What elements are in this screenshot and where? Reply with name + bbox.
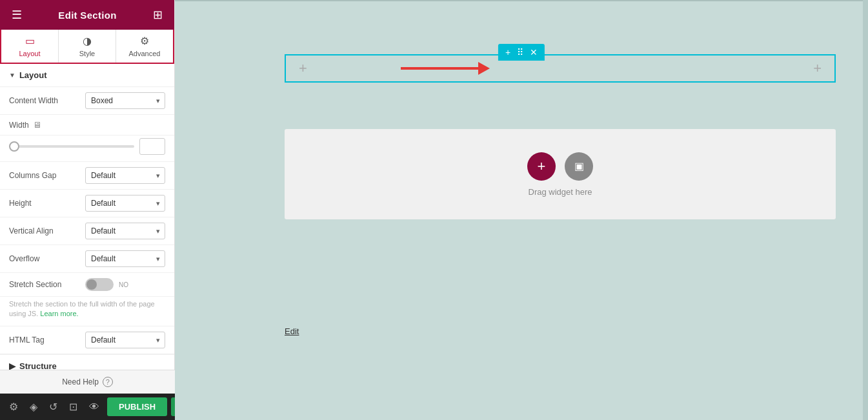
html-tag-group: HTML Tag Default header main footer sect… (0, 326, 174, 354)
content-width-select-wrapper: Boxed Full Width (85, 92, 165, 109)
height-select-wrapper: Default Fit To Screen Min Height (85, 195, 165, 212)
drag-widget-text: Drag widget here (529, 187, 592, 197)
columns-gap-select[interactable]: Default No Gap Narrow Extended Wide (85, 167, 165, 184)
canvas-top-line (175, 0, 868, 1)
help-row: Need Help ? (0, 370, 175, 394)
history-toolbar-btn[interactable]: ↺ (45, 398, 61, 415)
html-tag-select-wrapper: Default header main footer section artic… (85, 332, 165, 348)
sidebar-header: ☰ Edit Section ⊞ (0, 0, 174, 30)
toggle-knob (86, 279, 97, 290)
layout-section-header[interactable]: ▼ Layout (0, 64, 174, 87)
vertical-align-label: Vertical Align (9, 226, 80, 235)
advanced-icon: ⚙ (140, 35, 149, 47)
tab-advanced-label: Advanced (129, 50, 161, 57)
help-label: Need Help (62, 377, 99, 386)
stretch-toggle-container: NO (85, 278, 128, 291)
tab-style-label: Style (79, 50, 95, 57)
widget-folder-button[interactable]: ▣ (565, 152, 593, 181)
layers-toolbar-btn[interactable]: ◈ (26, 398, 41, 415)
columns-gap-group: Columns Gap Default No Gap Narrow Extend… (0, 162, 174, 190)
stretch-section-group: Stretch Section NO (0, 273, 174, 297)
section-box: + + (285, 54, 836, 83)
width-slider-track[interactable] (9, 145, 134, 148)
columns-gap-select-wrapper: Default No Gap Narrow Extended Wide (85, 167, 165, 184)
widget-buttons: + ▣ (527, 152, 593, 181)
grid-icon[interactable]: ⊞ (150, 5, 165, 25)
help-icon[interactable]: ? (103, 377, 113, 387)
tabs-container: ▭ Layout ◑ Style ⚙ Advanced (0, 30, 174, 64)
width-label: Width 🖥 (9, 120, 80, 130)
html-tag-select[interactable]: Default header main footer section artic… (85, 332, 165, 348)
content-width-group: Content Width Boxed Full Width (0, 87, 174, 115)
settings-toolbar-btn[interactable]: ⚙ (5, 398, 22, 415)
learn-more-link[interactable]: Learn more. (40, 310, 78, 317)
layout-collapse-icon: ▼ (9, 72, 15, 79)
layout-icon: ▭ (25, 35, 35, 47)
stretch-note: Stretch the section to the full width of… (0, 297, 174, 326)
overflow-select-wrapper: Default Hidden (85, 250, 165, 267)
monitor-icon: 🖥 (33, 120, 41, 130)
overflow-group: Overflow Default Hidden (0, 245, 174, 273)
preview-toolbar-btn[interactable]: 👁 (85, 399, 103, 415)
overflow-label: Overflow (9, 254, 80, 263)
tab-layout-label: Layout (19, 50, 40, 57)
width-row: Width 🖥 (0, 115, 174, 135)
overflow-select[interactable]: Default Hidden (85, 250, 165, 267)
height-group: Height Default Fit To Screen Min Height (0, 190, 174, 217)
html-tag-label: HTML Tag (9, 335, 80, 345)
width-value-box[interactable] (139, 138, 165, 155)
width-slider-row (0, 135, 174, 162)
vertical-align-group: Vertical Align Default Top Middle Bottom (0, 217, 174, 245)
tab-advanced[interactable]: ⚙ Advanced (116, 30, 173, 63)
widget-folder-icon: ▣ (574, 160, 584, 172)
section-add-left[interactable]: + (299, 60, 307, 77)
publish-button[interactable]: PUBLISH (107, 397, 167, 416)
section-toolbar: + ⠿ ✕ (498, 44, 545, 61)
columns-gap-label: Columns Gap (9, 171, 80, 180)
content-width-select[interactable]: Boxed Full Width (85, 92, 165, 109)
sidebar-content: ▼ Layout Content Width Boxed Full Width … (0, 64, 174, 420)
content-width-label: Content Width (9, 96, 80, 105)
layout-section-title: Layout (19, 70, 47, 80)
scrollbar[interactable] (863, 0, 868, 420)
responsive-toolbar-btn[interactable]: ⊡ (65, 398, 81, 415)
style-icon: ◑ (83, 35, 92, 47)
sidebar-title: Edit Section (58, 10, 116, 21)
widget-add-button[interactable]: + (527, 152, 556, 181)
height-label: Height (9, 199, 80, 208)
tab-layout[interactable]: ▭ Layout (1, 30, 59, 63)
vertical-align-select[interactable]: Default Top Middle Bottom (85, 223, 165, 239)
width-slider-thumb[interactable] (9, 141, 19, 152)
stretch-section-label: Stretch Section (9, 280, 80, 289)
sidebar: ☰ Edit Section ⊞ ▭ Layout ◑ Style ⚙ Adva… (0, 0, 175, 420)
section-close-button[interactable]: ✕ (527, 46, 541, 59)
tab-style[interactable]: ◑ Style (59, 30, 116, 63)
vertical-align-select-wrapper: Default Top Middle Bottom (85, 223, 165, 239)
edit-link[interactable]: Edit (285, 326, 299, 336)
section-move-button[interactable]: ⠿ (514, 46, 527, 59)
section-add-right[interactable]: + (813, 60, 822, 77)
height-select[interactable]: Default Fit To Screen Min Height (85, 195, 165, 212)
sidebar-footer: Need Help ? ⚙ ◈ ↺ ⊡ 👁 PUBLISH ▾ (0, 370, 175, 420)
bottom-toolbar: ⚙ ◈ ↺ ⊡ 👁 PUBLISH ▾ (0, 394, 175, 420)
widget-add-icon: + (538, 158, 546, 175)
widget-area: + ▣ Drag widget here (285, 129, 836, 219)
stretch-toggle[interactable] (85, 278, 114, 291)
toggle-no-label: NO (119, 281, 128, 288)
menu-icon[interactable]: ☰ (9, 5, 25, 25)
section-add-button[interactable]: + (502, 46, 514, 59)
main-canvas: + ⠿ ✕ + + + ▣ Drag widget here Edit (175, 0, 868, 420)
